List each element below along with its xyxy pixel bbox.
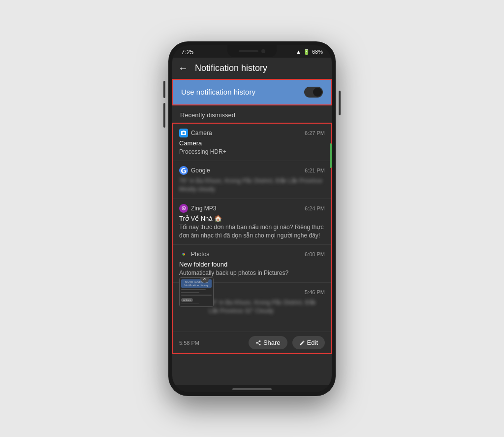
notif-header-google: Google 6:21 PM <box>179 166 325 175</box>
notification-item-zing[interactable]: Zing MP3 6:24 PM Trở Về Nhà 🏠 Tối nay th… <box>173 199 331 245</box>
popup-bar <box>181 292 199 293</box>
battery-level: 68% <box>312 49 323 55</box>
action-bar: 5:58 PM Share Edit <box>173 332 331 353</box>
share-icon <box>255 340 261 346</box>
notif-app-info-zing: Zing MP3 <box>179 204 216 213</box>
photos-app-icon <box>179 250 188 259</box>
notif-app-info-photos: Photos <box>179 250 209 259</box>
status-icons: ▲ 🔋 68% <box>296 49 323 55</box>
popup-bar <box>181 295 212 296</box>
zing-notif-title: Trở Về Nhà 🏠 <box>179 215 325 222</box>
notification-list: Camera 6:27 PM Camera Processing HDR+ <box>172 123 332 355</box>
power-button <box>339 91 341 115</box>
toggle-row[interactable]: Use notification history <box>172 79 332 105</box>
home-indicator <box>232 388 272 390</box>
last-notif-time: 5:46 PM <box>305 289 325 295</box>
action-time: 5:58 PM <box>179 340 199 346</box>
photos-app-name: Photos <box>191 251 209 258</box>
popup-bar-small <box>181 303 199 304</box>
popup-preview: NOTIFICATIONSNotification history Action… <box>180 278 213 306</box>
photos-notif-time: 6:00 PM <box>305 251 325 257</box>
notif-app-info-google: Google <box>179 166 210 175</box>
status-time: 7:25 <box>181 48 193 56</box>
zing-app-icon <box>179 204 188 213</box>
signal-icon: ▲ <box>296 49 301 55</box>
popup-thumbnail: × NOTIFICATIONSNotification history Acti… <box>179 277 214 307</box>
google-notif-body: 76° in Ba Khuoc, Krong Pắc District, Đắk… <box>179 177 325 194</box>
notif-header-zing: Zing MP3 6:24 PM <box>179 204 325 213</box>
phone-screen: 7:25 ▲ 🔋 68% ← Notification history Use … <box>172 45 332 392</box>
photos-notif-title: New folder found <box>179 261 325 268</box>
notification-item-last[interactable]: 5:46 PM 76° in Ba Khuoc, Krong Pắc Distr… <box>173 283 331 332</box>
zing-notif-time: 6:24 PM <box>305 205 325 211</box>
volume-up-button <box>163 81 165 98</box>
bottom-bar <box>172 385 332 392</box>
svg-point-1 <box>183 208 185 209</box>
notif-header-photos: Photos 6:00 PM <box>179 250 325 259</box>
google-notif-time: 6:21 PM <box>305 168 325 173</box>
edit-icon <box>299 340 305 346</box>
share-label: Share <box>263 339 281 346</box>
notif-header: Camera 6:27 PM <box>179 129 325 137</box>
notification-item-camera[interactable]: Camera 6:27 PM Camera Processing HDR+ <box>173 124 331 162</box>
last-notif-body: 76° in Ba Khuoc, Krong Pắc District, Đắk… <box>209 299 325 315</box>
notification-history-toggle[interactable] <box>304 87 323 98</box>
zing-app-name: Zing MP3 <box>191 205 216 212</box>
back-button[interactable]: ← <box>178 63 188 74</box>
notif-app-info: Camera <box>179 129 212 137</box>
speaker <box>239 50 258 52</box>
toggle-label: Use notification history <box>181 88 255 96</box>
camera-notif-body: Processing HDR+ <box>179 148 325 156</box>
edit-button[interactable]: Edit <box>292 336 325 349</box>
toolbar: ← Notification history <box>172 58 332 79</box>
zing-notif-body: Tối nay thực đơn nhà bạn nấu món gì nào?… <box>179 223 325 240</box>
popup-bar <box>181 289 206 290</box>
page-title: Notification history <box>195 63 267 73</box>
notification-item-google[interactable]: Google 6:21 PM 76° in Ba Khuoc, Krong Pắ… <box>173 161 331 199</box>
section-header: Recently dismissed <box>172 105 332 123</box>
google-app-icon <box>179 166 188 175</box>
front-camera <box>261 49 265 53</box>
volume-down-button <box>163 103 165 128</box>
camera-notif-title: Camera <box>179 139 325 147</box>
camera-app-icon <box>179 129 188 137</box>
battery-icon: 🔋 <box>303 49 310 55</box>
edit-label: Edit <box>307 339 318 346</box>
share-button[interactable]: Share <box>249 336 287 349</box>
camera-notif-time: 6:27 PM <box>305 130 325 136</box>
google-app-name: Google <box>191 167 210 174</box>
camera-app-name: Camera <box>191 130 212 136</box>
phone-device: 7:25 ▲ 🔋 68% ← Notification history Use … <box>168 41 336 396</box>
notch <box>227 45 277 57</box>
content-area: Use notification history Recently dismis… <box>172 79 332 385</box>
photos-notif-body: Automatically back up photos in Pictures… <box>179 269 325 277</box>
